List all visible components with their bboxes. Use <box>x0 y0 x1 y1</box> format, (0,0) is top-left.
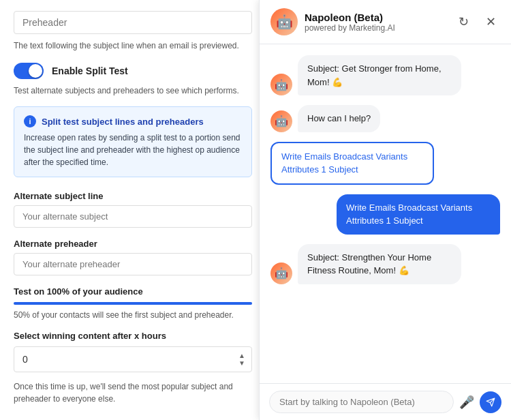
chat-panel: 🤖 Napoleon (Beta) powered by Marketing.A… <box>259 0 511 420</box>
info-box-title: i Split test subject lines and preheader… <box>24 115 242 127</box>
bot-avatar: 🤖 <box>270 262 292 284</box>
alternate-subject-input[interactable] <box>14 205 252 228</box>
winning-select-wrapper: 0 1 2 4 6 8 12 24 ▲ ▼ <box>14 346 252 372</box>
message-row: 🤖 Subject: Strengthen Your Home Fitness … <box>270 244 500 284</box>
chat-header-info: Napoleon (Beta) powered by Marketing.AI <box>305 12 454 33</box>
footer-text: Once this time is up, we'll send the mos… <box>14 380 252 405</box>
message-bubble: Write Emails Broadcast Variants Attribut… <box>337 194 500 235</box>
message-row: Write Emails Broadcast Variants Attribut… <box>270 142 500 185</box>
input-message-bubble[interactable]: Write Emails Broadcast Variants Attribut… <box>270 142 434 185</box>
audience-slider[interactable] <box>14 302 252 305</box>
refresh-button[interactable]: ↻ <box>454 12 473 31</box>
message-bubble: How can I help? <box>298 105 380 132</box>
chat-header-actions: ↻ ✕ <box>454 12 500 31</box>
audience-label: Test on 100% of your audience <box>14 286 252 297</box>
chat-input[interactable] <box>269 391 454 413</box>
alternate-subject-label: Alternate subject line <box>14 191 252 201</box>
close-button[interactable]: ✕ <box>481 12 500 31</box>
info-box-title-text: Split test subject lines and preheaders <box>42 117 204 127</box>
message-row: 🤖 How can I help? <box>270 105 500 132</box>
winning-select[interactable]: 0 1 2 4 6 8 12 24 <box>14 346 252 372</box>
helper-text: The text following the subject line when… <box>14 40 252 52</box>
message-row: 🤖 Subject: Get Stronger from Home, Mom! … <box>270 55 500 95</box>
preheader-input[interactable] <box>14 11 252 34</box>
left-panel: The text following the subject line when… <box>0 0 266 420</box>
microphone-icon[interactable]: 🎤 <box>459 395 474 410</box>
chat-messages: 🤖 Subject: Get Stronger from Home, Mom! … <box>260 44 511 383</box>
chat-subtitle: powered by Marketing.AI <box>305 23 454 33</box>
info-box-body: Increase open rates by sending a split t… <box>24 132 242 168</box>
message-bubble: Subject: Get Stronger from Home, Mom! 💪 <box>298 55 461 95</box>
chat-header: 🤖 Napoleon (Beta) powered by Marketing.A… <box>260 0 511 44</box>
split-test-label: Enable Split Test <box>52 65 128 76</box>
chat-title: Napoleon (Beta) <box>305 12 454 23</box>
message-row: Write Emails Broadcast Variants Attribut… <box>270 194 500 235</box>
alternate-preheader-input[interactable] <box>14 253 252 275</box>
winning-label: Select winning content after x hours <box>14 331 252 341</box>
bot-avatar: 🤖 <box>270 74 292 95</box>
split-test-description: Test alternate subjects and preheaders t… <box>14 85 252 97</box>
chat-input-row: 🎤 <box>260 383 511 420</box>
send-button[interactable] <box>480 391 501 413</box>
alternate-preheader-label: Alternate preheader <box>14 239 252 249</box>
split-test-toggle[interactable] <box>14 63 44 79</box>
slider-info: 50% of your contacts will see the first … <box>14 310 252 320</box>
message-bubble: Subject: Strengthen Your Home Fitness Ro… <box>298 244 461 284</box>
info-box: i Split test subject lines and preheader… <box>14 106 252 177</box>
info-icon: i <box>24 115 36 127</box>
napoleon-avatar: 🤖 <box>270 8 298 35</box>
split-test-toggle-row: Enable Split Test <box>14 63 252 79</box>
bot-avatar: 🤖 <box>270 110 292 132</box>
